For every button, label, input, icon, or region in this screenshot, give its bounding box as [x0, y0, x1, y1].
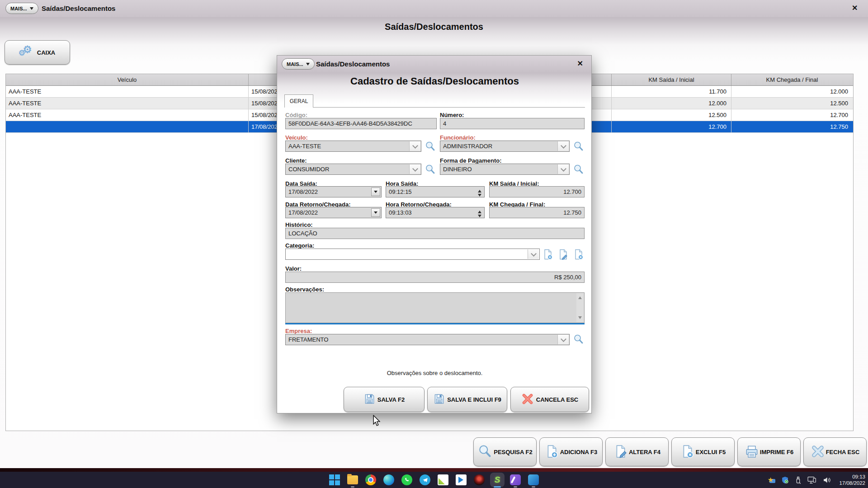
numero-field: 4	[440, 118, 585, 129]
scroll-down-icon	[578, 316, 582, 321]
share-app-icon[interactable]	[456, 474, 467, 485]
chevron-down-icon	[30, 7, 33, 12]
cell-vehicle: AAA-TESTE	[6, 98, 249, 109]
imprime-button[interactable]: IMPRIME F6	[737, 437, 801, 466]
window-close-button[interactable]: ✕	[852, 5, 858, 12]
chevron-down-icon	[306, 63, 310, 67]
observacoes-textarea[interactable]	[285, 292, 585, 323]
empresa-label: Empresa:	[285, 328, 312, 334]
telegram-icon[interactable]	[420, 474, 430, 485]
salva-button[interactable]: SALVA F2	[344, 387, 425, 412]
clock-date: 17/08/2022	[839, 480, 865, 486]
forma-pagamento-select[interactable]: DINHEIRO	[440, 164, 570, 175]
historico-field: LOCAÇÃO	[285, 228, 585, 239]
dialog-titlebar: MAIS... Saídas/Deslocamentos ✕	[277, 56, 591, 73]
chrome-icon[interactable]	[365, 474, 376, 485]
categoria-select[interactable]	[285, 249, 540, 260]
data-saida-picker[interactable]: 17/08/2022	[285, 186, 382, 197]
tray-display-icon[interactable]	[807, 476, 817, 484]
magnifier-icon	[477, 444, 493, 460]
taskbar: S ★ 09:13 17/08/2022	[0, 472, 868, 488]
taskbar-clock[interactable]: 09:13 17/08/2022	[839, 474, 865, 486]
tray-usb-icon[interactable]	[795, 476, 802, 484]
tab-geral[interactable]: GERAL	[284, 94, 313, 108]
cadastro-dialog: MAIS... Saídas/Deslocamentos ✕ Cadastro …	[277, 55, 592, 413]
valor-field: R$ 250,00	[285, 272, 585, 283]
sg-app-icon[interactable]: S	[492, 474, 503, 485]
edge-icon[interactable]	[383, 474, 394, 485]
textarea-scrollbar[interactable]	[576, 293, 584, 322]
tray-volume-icon[interactable]	[823, 477, 831, 483]
page-add-icon	[545, 444, 559, 460]
veiculo-select[interactable]: AAA-TESTE	[285, 141, 421, 152]
codigo-field: 58F0DDAE-64A3-4EFB-AA46-B4D5A38429DC	[285, 118, 437, 129]
window-title: Saídas/Deslocamentos	[42, 5, 115, 12]
dialog-mais-menu-button[interactable]: MAIS...	[282, 58, 315, 70]
column-header-vehicle[interactable]: Veículo	[6, 74, 249, 85]
data-retorno-picker[interactable]: 17/08/2022	[285, 207, 382, 218]
tray-security-shield-icon[interactable]	[781, 476, 789, 484]
field-hint: Observações sobre o deslocamento.	[277, 370, 592, 376]
button-label: SALVA E INCLUI F9	[447, 396, 501, 403]
document-app-icon[interactable]	[438, 474, 448, 485]
pesquisa-button[interactable]: PESQUISA F2	[473, 437, 537, 466]
page-delete-icon	[680, 444, 695, 460]
numero-label: Número:	[440, 112, 464, 118]
forma-pagamento-search-button[interactable]	[573, 163, 585, 175]
chevron-down-icon	[528, 249, 539, 259]
whatsapp-icon[interactable]	[401, 474, 412, 485]
cell-vehicle	[6, 121, 249, 132]
cancela-button[interactable]: CANCELA ESC	[510, 387, 589, 412]
empresa-select[interactable]: FRETAMENTO	[285, 334, 570, 345]
column-header-km-start[interactable]: KM Saída / Inicial	[612, 74, 731, 85]
altera-button[interactable]: ALTERA F4	[605, 437, 669, 466]
chevron-down-icon	[557, 164, 569, 174]
exclui-button[interactable]: EXCLUI F5	[671, 437, 735, 466]
funcionario-select[interactable]: ADMINISTRADOR	[440, 141, 570, 152]
cliente-select[interactable]: CONSUMIDOR	[285, 164, 421, 175]
categoria-delete-button[interactable]	[573, 249, 585, 260]
veiculo-label: Veículo:	[285, 134, 308, 141]
blue-app-icon[interactable]	[528, 474, 539, 485]
cell-km-end: 12.500	[731, 98, 853, 109]
button-label: ADICIONA F3	[560, 449, 598, 455]
caixa-button-label: CAIXA	[37, 49, 55, 56]
adiciona-button[interactable]: ADICIONA F3	[539, 437, 603, 466]
salva-e-inclui-button[interactable]: SALVA E INCLUI F9	[427, 387, 507, 412]
categoria-label: Categoria:	[285, 242, 314, 249]
cell-km-end: 12.000	[731, 86, 853, 97]
historico-label: Histórico:	[285, 221, 313, 228]
cliente-search-button[interactable]	[425, 163, 436, 175]
cell-km-start: 12.000	[612, 98, 731, 109]
start-button-icon[interactable]	[329, 474, 340, 485]
hora-saida-spinner[interactable]: 09:12:15	[386, 186, 485, 197]
button-label: FECHA ESC	[826, 449, 860, 455]
km-saida-field: 12.700	[489, 186, 585, 197]
caixa-button[interactable]: ⚙ ⚙ CAIXA	[5, 40, 70, 65]
empresa-search-button[interactable]	[573, 333, 585, 345]
firebird-app-icon[interactable]	[474, 474, 485, 485]
hora-retorno-spinner[interactable]: 09:13:03	[386, 207, 485, 218]
categoria-edit-button[interactable]	[557, 249, 569, 260]
button-label: EXCLUI F5	[696, 449, 726, 455]
categoria-add-button[interactable]	[542, 249, 554, 260]
button-label: PESQUISA F2	[494, 449, 532, 455]
close-x-icon	[811, 444, 825, 460]
button-label: ALTERA F4	[629, 449, 660, 455]
dialog-close-button[interactable]: ✕	[577, 60, 583, 67]
mais-menu-label: MAIS...	[287, 61, 303, 67]
button-label: SALVA F2	[377, 396, 405, 403]
chevron-down-icon	[557, 335, 569, 344]
mais-menu-label: MAIS...	[10, 6, 27, 11]
veiculo-search-button[interactable]	[425, 140, 436, 152]
cell-km-start: 12.700	[612, 121, 731, 132]
floppy-disk-icon	[363, 393, 375, 406]
fecha-button[interactable]: FECHA ESC	[803, 437, 867, 466]
funcionario-search-button[interactable]	[573, 140, 585, 152]
file-explorer-icon[interactable]	[347, 474, 358, 485]
forma-pagamento-label: Forma de Pagamento:	[440, 157, 502, 164]
tray-star-icon[interactable]: ★	[765, 475, 775, 484]
column-header-km-end[interactable]: KM Chegada / Final	[731, 74, 853, 85]
mais-menu-button[interactable]: MAIS...	[5, 3, 38, 14]
media-app-icon[interactable]	[510, 474, 521, 485]
